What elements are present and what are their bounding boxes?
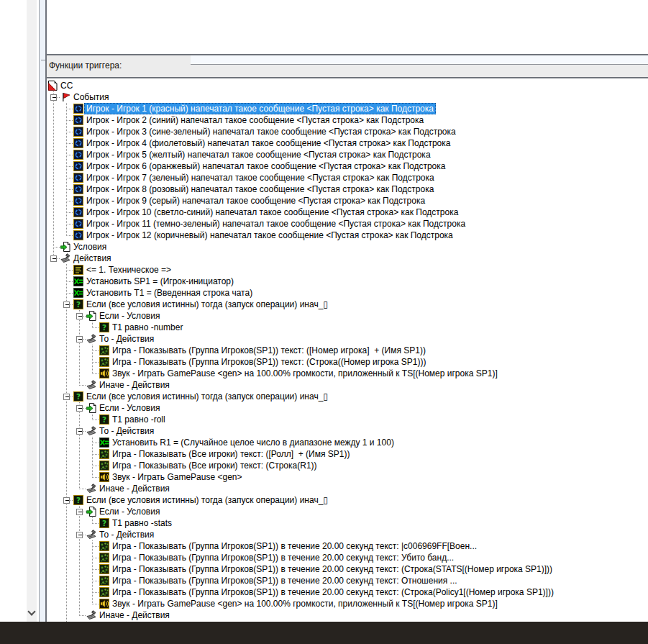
expand-collapse-toggle[interactable] xyxy=(76,509,83,515)
player-event-icon xyxy=(73,127,83,137)
expand-collapse-toggle[interactable] xyxy=(76,405,83,412)
tree-item-label[interactable]: Установить T1 = (Введенная строка чата) xyxy=(84,287,255,299)
tree-item-label[interactable]: Игра - Показывать (Группа Игроков(SP1)) … xyxy=(110,345,428,356)
svg-text:?: ? xyxy=(102,519,106,527)
tree-item-label[interactable]: Иначе - Действия xyxy=(97,483,172,494)
player-event-icon xyxy=(73,173,83,183)
tree-guide-stub xyxy=(92,419,99,420)
tree-item: Игра - Показывать (Все игроки) текст: (С… xyxy=(47,460,648,471)
tree-item: Условия xyxy=(47,241,648,253)
tree-item: Игра - Показывать (Группа Игроков(SP1)) … xyxy=(47,540,648,552)
tree-item-label[interactable]: То - Действия xyxy=(97,529,156,540)
tree-item-label[interactable]: То - Действия xyxy=(97,425,156,437)
tree-item-label[interactable]: Игра - Показывать (Все игроки) текст: ([… xyxy=(110,448,352,460)
expand-collapse-toggle[interactable] xyxy=(50,255,57,262)
tree-item-label[interactable]: Игрок - Игрок 11 (темно-зеленый) напечат… xyxy=(84,218,467,230)
tree-item: Установить T1 = (Введенная строка чата) xyxy=(47,287,648,299)
game-icon xyxy=(99,587,109,597)
conditions-arrow-icon xyxy=(60,242,70,252)
set-variable-icon xyxy=(99,437,109,448)
if-question-icon: ? xyxy=(99,414,109,425)
tree-item-label[interactable]: Игрок - Игрок 3 (сине-зеленый) напечатал… xyxy=(84,126,458,137)
tree-guide-stub xyxy=(92,477,99,478)
tree-item-label[interactable]: Игра - Показывать (Группа Игроков(SP1)) … xyxy=(110,586,556,598)
tree-guide-stub xyxy=(92,350,99,351)
game-icon xyxy=(99,564,109,574)
tree-item-label[interactable]: Звук - Играть GamePause <gen> на 100.00%… xyxy=(110,368,500,379)
expand-collapse-toggle[interactable] xyxy=(63,301,70,308)
tree-item-label[interactable]: Если (все условия истинны) тогда (запуск… xyxy=(84,391,330,402)
expand-collapse-toggle[interactable] xyxy=(76,428,83,435)
tree-item-label[interactable]: Игрок - Игрок 1 (красный) напечатал тако… xyxy=(84,103,436,114)
expand-collapse-toggle[interactable] xyxy=(76,336,83,343)
tree-item-label[interactable]: Игрок - Игрок 9 (серый) напечатал такое … xyxy=(84,195,427,207)
game-icon xyxy=(99,541,109,551)
game-icon xyxy=(99,449,109,459)
trigger-comment-box[interactable] xyxy=(47,0,648,55)
tree-item-label[interactable]: Иначе - Действия xyxy=(97,609,172,621)
expand-collapse-toggle[interactable] xyxy=(50,94,57,101)
tree-item-label[interactable]: <= 1. Техническое => xyxy=(84,264,173,276)
tree-item-label[interactable]: CC xyxy=(58,80,75,91)
expand-collapse-toggle[interactable] xyxy=(63,394,70,400)
tree-item-label[interactable]: Установить R1 = (Случайное целое число в… xyxy=(110,437,396,448)
etched-separator xyxy=(191,55,648,65)
tree-item-label[interactable]: То - Действия xyxy=(97,333,156,345)
tree-item-label[interactable]: Если (все условия истинны) тогда (запуск… xyxy=(84,494,330,506)
tree-item-label[interactable]: Игра - Показывать (Все игроки) текст: (С… xyxy=(110,460,319,471)
if-question-icon: ? xyxy=(99,322,109,332)
tree-item-label[interactable]: Игрок - Игрок 10 (светло-синий) напечата… xyxy=(84,207,460,218)
player-event-icon xyxy=(73,161,83,171)
mid-face: Функции триггера: xyxy=(47,55,648,77)
tree-item-label[interactable]: Звук - Играть GamePause <gen> xyxy=(110,471,245,483)
tree-item: Звук - Играть GamePause <gen> xyxy=(47,471,648,483)
tree-item-label[interactable]: Условия xyxy=(71,241,109,253)
tree-item-label[interactable]: Игра - Показывать (Группа Игроков(SP1)) … xyxy=(110,563,555,575)
tree-item-label[interactable]: Игра - Показывать (Группа Игроков(SP1)) … xyxy=(110,552,456,563)
events-flag-icon xyxy=(60,92,70,102)
tree-item-label[interactable]: Игрок - Игрок 6 (оранжевый) напечатал та… xyxy=(84,160,447,172)
tree-item-label[interactable]: Если - Условия xyxy=(97,506,162,517)
tree-item-label[interactable]: Звук - Играть GamePause <gen> на 100.00%… xyxy=(110,598,500,609)
tree-item-label[interactable]: Если - Условия xyxy=(97,310,162,322)
tree-item: Игрок - Игрок 2 (синий) напечатал такое … xyxy=(47,114,648,126)
tree-item: Игра - Показывать (Группа Игроков(SP1)) … xyxy=(47,563,648,575)
tree-item-label[interactable]: T1 равно -roll xyxy=(110,414,168,425)
tree-item-label[interactable]: Игрок - Игрок 5 (желтый) напечатал такое… xyxy=(84,149,433,160)
expand-collapse-toggle[interactable] xyxy=(76,313,83,319)
tree-item-label[interactable]: T1 равно -stats xyxy=(110,517,174,529)
tree-item: Игрок - Игрок 5 (желтый) напечатал такое… xyxy=(47,149,648,160)
tree-item-label[interactable]: Игрок - Игрок 7 (зеленый) напечатал тако… xyxy=(84,172,437,183)
left-vertical-scrollbar[interactable] xyxy=(27,0,37,622)
tree-item-label[interactable]: Игрок - Игрок 8 (розовый) напечатал тако… xyxy=(84,183,436,195)
tree-item-label[interactable]: Игра - Показывать (Группа Игроков(SP1)) … xyxy=(110,356,429,368)
tree-item-label[interactable]: T1 равно -number xyxy=(110,322,185,333)
tree-item-label[interactable]: Действия xyxy=(71,253,114,264)
tree-item-label[interactable]: Если - Условия xyxy=(97,402,162,414)
vertical-splitter[interactable] xyxy=(40,0,45,622)
set-variable-icon xyxy=(73,288,83,298)
tree-guide-stub xyxy=(92,569,99,570)
tree-item-label[interactable]: Игрок - Игрок 4 (фиолетовый) напечатал т… xyxy=(84,137,452,149)
tree-item-label[interactable]: Игрок - Игрок 2 (синий) напечатал такое … xyxy=(84,114,426,126)
expand-collapse-toggle[interactable] xyxy=(76,532,83,538)
expand-collapse-toggle[interactable] xyxy=(63,497,70,504)
tree-item-label[interactable]: Игрок - Игрок 12 (коричневый) напечатал … xyxy=(84,230,455,241)
tree-item: События xyxy=(47,91,648,103)
tree-guide-stub xyxy=(66,166,73,167)
tree-item: Игра - Показывать (Все игроки) текст: ([… xyxy=(47,448,648,460)
if-question-icon: ? xyxy=(73,495,83,505)
actions-hammer-icon xyxy=(60,253,70,263)
tree-item-label[interactable]: Иначе - Действия xyxy=(97,379,172,391)
tree-guide-stub xyxy=(53,247,60,248)
tree-item-label[interactable]: Установить SP1 = (Игрок-инициатор) xyxy=(84,276,236,287)
tree-item: Если - Условия xyxy=(47,506,648,517)
tree-item: Если - Условия xyxy=(47,402,648,414)
player-event-icon xyxy=(73,184,83,194)
tree-item: Установить SP1 = (Игрок-инициатор) xyxy=(47,276,648,287)
tree-item-label[interactable]: Если (все условия истинны) тогда (запуск… xyxy=(84,299,330,310)
tree-item-label[interactable]: Игра - Показывать (Группа Игроков(SP1)) … xyxy=(110,575,460,586)
tree-item-label[interactable]: События xyxy=(71,91,111,103)
tree-item-label[interactable]: Игра - Показывать (Группа Игроков(SP1)) … xyxy=(110,540,479,552)
chevron-down-icon[interactable] xyxy=(27,607,35,615)
